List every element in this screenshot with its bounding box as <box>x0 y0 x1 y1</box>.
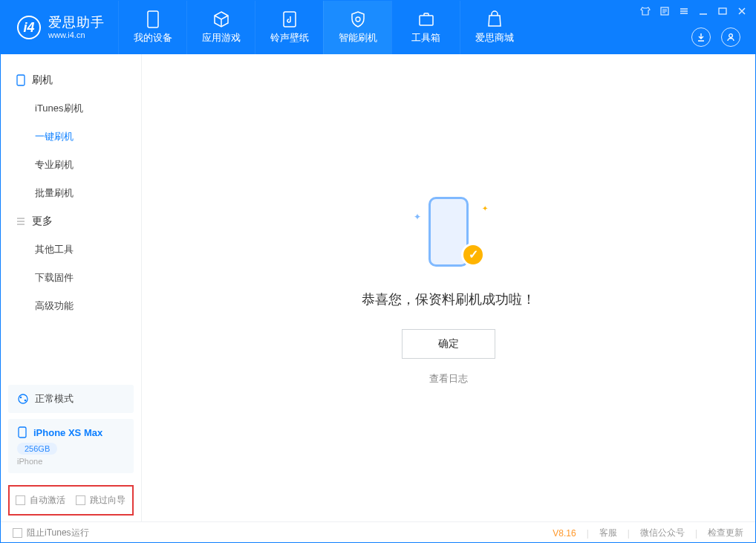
mode-label: 正常模式 <box>35 392 74 406</box>
nav-label: 应用游戏 <box>202 31 241 45</box>
phone-icon <box>144 10 162 28</box>
bag-icon <box>486 10 504 28</box>
sparkle-icon: ✦ <box>482 204 488 212</box>
svg-rect-1 <box>284 12 296 27</box>
success-message: 恭喜您，保资料刷机成功啦！ <box>362 290 535 308</box>
main-content: ✦ ✦ ✓ 恭喜您，保资料刷机成功啦！ 确定 查看日志 <box>142 54 755 521</box>
nav-tab-device[interactable]: 我的设备 <box>118 1 186 54</box>
sidebar-item-other-tools[interactable]: 其他工具 <box>1 235 141 264</box>
shirt-icon[interactable] <box>639 5 651 17</box>
nav-label: 铃声壁纸 <box>270 31 309 45</box>
minimize-icon[interactable] <box>697 5 709 17</box>
download-button[interactable] <box>691 27 711 47</box>
checkbox-label: 自动激活 <box>30 494 65 507</box>
checkbox-stop-itunes[interactable]: 阻止iTunes运行 <box>13 527 89 539</box>
svg-point-9 <box>25 400 27 402</box>
sidebar-item-itunes-flash[interactable]: iTunes刷机 <box>1 94 141 123</box>
mode-panel[interactable]: 正常模式 <box>8 385 134 413</box>
version-label: V8.16 <box>553 528 576 539</box>
nav-tab-store[interactable]: 爱思商城 <box>460 1 528 54</box>
device-icon <box>16 74 26 86</box>
sidebar-item-advanced[interactable]: 高级功能 <box>1 292 141 320</box>
user-button[interactable] <box>721 27 740 47</box>
sidebar-item-download-firmware[interactable]: 下载固件 <box>1 264 141 292</box>
nav-label: 爱思商城 <box>475 31 514 45</box>
svg-rect-4 <box>719 8 726 14</box>
logo-area: i4 爱思助手 www.i4.cn <box>1 1 118 54</box>
window-controls <box>639 5 748 17</box>
app-subtitle: www.i4.cn <box>48 30 105 39</box>
maximize-icon[interactable] <box>717 5 729 17</box>
nav-tab-flash[interactable]: 智能刷机 <box>323 1 391 54</box>
footer: 阻止iTunes运行 V8.16 | 客服 | 微信公众号 | 检查更新 <box>1 521 755 543</box>
view-log-link[interactable]: 查看日志 <box>429 372 468 386</box>
logo-icon: i4 <box>17 16 41 39</box>
menu-icon[interactable] <box>678 5 690 17</box>
checkbox-label: 跳过向导 <box>90 494 126 507</box>
sidebar-item-batch-flash[interactable]: 批量刷机 <box>1 179 141 207</box>
sidebar-item-pro-flash[interactable]: 专业刷机 <box>1 151 141 179</box>
sparkle-icon: ✦ <box>414 212 421 222</box>
check-update-link[interactable]: 检查更新 <box>708 527 743 539</box>
checkbox-auto-activate[interactable]: 自动激活 <box>16 494 65 507</box>
shield-refresh-icon <box>349 10 367 28</box>
device-name: iPhone XS Max <box>33 427 102 438</box>
header-actions <box>691 27 740 47</box>
device-type: iPhone <box>17 457 125 466</box>
success-illustration: ✦ ✦ ✓ <box>408 191 489 273</box>
svg-rect-6 <box>17 75 25 85</box>
nav-tab-toolbox[interactable]: 工具箱 <box>391 1 460 54</box>
nav-tab-ringtone[interactable]: 铃声壁纸 <box>255 1 323 54</box>
svg-rect-2 <box>420 16 433 25</box>
section-title-text: 更多 <box>32 215 53 228</box>
checkbox-icon <box>16 495 25 505</box>
checkbox-icon <box>13 528 22 538</box>
checkbox-icon <box>76 495 85 505</box>
refresh-icon <box>17 393 29 405</box>
checkbox-label: 阻止iTunes运行 <box>27 527 89 539</box>
section-title-text: 刷机 <box>32 74 53 87</box>
svg-point-5 <box>729 34 733 38</box>
app-title: 爱思助手 <box>48 16 105 30</box>
support-link[interactable]: 客服 <box>599 527 617 539</box>
cube-icon <box>212 10 230 28</box>
note-icon[interactable] <box>659 5 671 17</box>
app-header: i4 爱思助手 www.i4.cn 我的设备 应用游戏 铃声壁纸 智能刷机 工具… <box>1 1 755 54</box>
close-icon[interactable] <box>736 5 748 17</box>
music-file-icon <box>281 10 299 28</box>
device-panel[interactable]: iPhone XS Max 256GB iPhone <box>8 419 134 473</box>
highlighted-options-box: 自动激活 跳过向导 <box>8 485 134 516</box>
svg-rect-0 <box>148 11 158 27</box>
svg-rect-10 <box>19 427 26 438</box>
nav-tabs: 我的设备 应用游戏 铃声壁纸 智能刷机 工具箱 爱思商城 <box>118 1 528 54</box>
ok-button[interactable]: 确定 <box>402 329 495 359</box>
sidebar-item-onekey-flash[interactable]: 一键刷机 <box>1 123 141 151</box>
briefcase-icon <box>417 10 435 28</box>
storage-badge: 256GB <box>17 443 57 455</box>
nav-label: 工具箱 <box>411 31 440 45</box>
checkbox-skip-guide[interactable]: 跳过向导 <box>76 494 126 507</box>
svg-point-8 <box>20 397 22 399</box>
list-icon <box>16 216 26 227</box>
sidebar-section-flash: 刷机 <box>1 66 141 94</box>
phone-small-icon <box>17 426 27 438</box>
sidebar-section-more: 更多 <box>1 207 141 235</box>
svg-point-7 <box>19 394 27 403</box>
nav-label: 智能刷机 <box>339 31 377 45</box>
nav-tab-apps[interactable]: 应用游戏 <box>186 1 255 54</box>
wechat-link[interactable]: 微信公众号 <box>640 527 685 539</box>
check-badge-icon: ✓ <box>461 243 485 267</box>
nav-label: 我的设备 <box>134 31 172 45</box>
sidebar: 刷机 iTunes刷机 一键刷机 专业刷机 批量刷机 更多 其他工具 下载固件 … <box>1 54 142 521</box>
